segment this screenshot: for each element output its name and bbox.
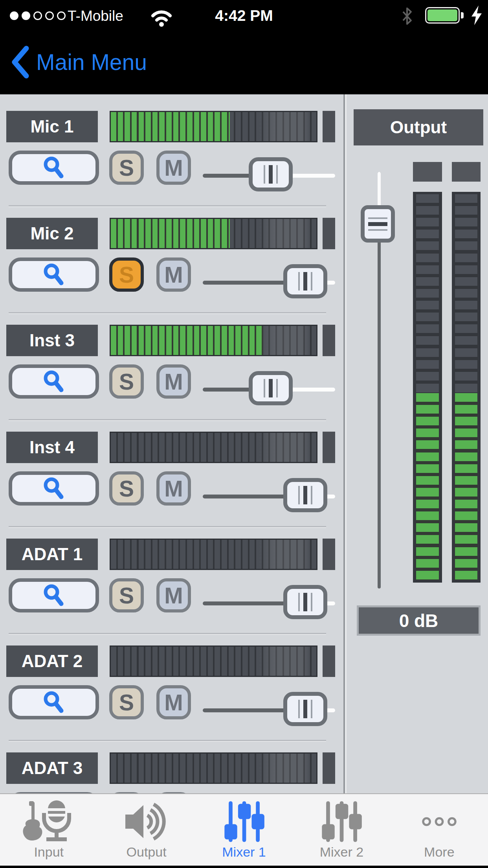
meter-lit-segments (455, 393, 477, 580)
tab-input[interactable]: Input (0, 794, 97, 866)
channel-mute-button[interactable]: M (156, 257, 191, 292)
output-fader-thumb[interactable] (361, 205, 395, 243)
channel-fader-thumb[interactable] (249, 371, 293, 405)
channel-search-button[interactable] (9, 471, 99, 506)
channel-clip-indicator (323, 218, 335, 249)
channel-mute-button[interactable]: M (156, 364, 191, 399)
tab-output[interactable]: Output (97, 794, 195, 866)
channel-row-adat-1: ADAT 1 S M (0, 539, 343, 645)
magnifier-icon (41, 262, 66, 287)
solo-button-label: S (119, 476, 134, 502)
channel-clip-indicator (323, 325, 335, 356)
mute-button-label: M (164, 690, 183, 715)
tab-label: Input (34, 844, 64, 860)
tab-label: Mixer 1 (222, 844, 266, 860)
channel-level-meter (110, 539, 317, 570)
tab-more[interactable]: More (391, 794, 488, 866)
channel-solo-button[interactable]: S (109, 257, 144, 292)
magnifier-icon (41, 369, 66, 394)
channel-fader-slider[interactable] (203, 471, 335, 515)
output-level-meter-right (452, 192, 481, 583)
channel-search-button[interactable] (9, 151, 99, 185)
bluetooth-icon (399, 6, 415, 26)
meter-unlit-segments (455, 194, 477, 393)
channel-fader-thumb[interactable] (283, 264, 327, 298)
row-separator (9, 740, 326, 741)
guitar-mic-icon (17, 800, 80, 844)
pane-divider (343, 94, 348, 793)
channel-name-label: ADAT 1 (6, 539, 98, 570)
tab-mixer-1[interactable]: Mixer 1 (195, 794, 293, 866)
channel-search-button[interactable] (9, 257, 99, 292)
faders-icon (223, 800, 265, 844)
channel-solo-button[interactable]: S (109, 151, 144, 185)
channel-fader-slider[interactable] (203, 151, 335, 194)
channel-search-button[interactable] (9, 578, 99, 612)
channel-fader-thumb[interactable] (283, 585, 327, 619)
solo-button-label: S (119, 690, 134, 715)
tab-icon (223, 799, 265, 844)
microphone-icon (44, 800, 69, 841)
channel-solo-button[interactable]: S (109, 685, 144, 719)
tab-bar: Input Output Mixer 1 Mixer 2 More (0, 793, 488, 866)
channel-level-meter (110, 218, 317, 249)
row-separator (9, 526, 326, 527)
channel-search-button[interactable] (9, 685, 99, 719)
chevron-left-icon (11, 46, 29, 79)
magnifier-icon (41, 476, 66, 501)
channel-clip-indicator (323, 111, 335, 142)
battery-tip (461, 12, 464, 18)
channel-clip-indicator (323, 539, 335, 570)
channel-clip-indicator (323, 752, 335, 784)
mute-button-label: M (164, 369, 183, 395)
channel-fader-slider[interactable] (203, 578, 335, 622)
battery-level-fill (427, 9, 457, 21)
channel-fader-slider[interactable] (203, 685, 335, 728)
magnifier-icon (41, 155, 66, 180)
meter-sheen (111, 647, 316, 676)
output-section: Output 0 dB (348, 94, 488, 793)
channel-solo-button[interactable]: S (109, 578, 144, 612)
tab-label: Output (127, 844, 167, 860)
channel-list: Mic 1 S M Mic 2 (0, 94, 343, 793)
channel-mute-button[interactable]: M (156, 471, 191, 506)
bottom-edge (0, 866, 488, 868)
solo-button-label: S (119, 262, 134, 288)
channel-clip-indicator (323, 645, 335, 677)
channel-solo-button[interactable]: S (109, 471, 144, 506)
tab-icon (124, 799, 169, 844)
output-clip-indicator-left (413, 162, 442, 182)
meter-lit-segments (416, 393, 439, 580)
channel-fader-thumb[interactable] (283, 692, 327, 726)
tab-mixer-2[interactable]: Mixer 2 (293, 794, 390, 866)
channel-name-label: Mic 2 (6, 218, 98, 249)
channel-fader-thumb[interactable] (283, 478, 327, 512)
channel-solo-button[interactable]: S (109, 364, 144, 399)
ellipsis-icon (418, 800, 460, 844)
meter-sheen (111, 754, 316, 783)
channel-row-adat-3: ADAT 3 S M (0, 752, 343, 793)
channel-mute-button[interactable]: M (156, 578, 191, 612)
mute-button-label: M (164, 262, 183, 288)
channel-row-inst-3: Inst 3 S M (0, 325, 343, 432)
channel-fader-thumb[interactable] (249, 157, 293, 191)
magnifier-icon (41, 690, 66, 715)
meter-sheen (111, 540, 316, 569)
tab-icon (320, 799, 363, 844)
back-button[interactable]: Main Menu (11, 43, 147, 81)
channel-row-mic-1: Mic 1 S M (0, 111, 343, 218)
channel-level-meter (110, 752, 317, 784)
channel-level-meter-fill (111, 219, 230, 248)
channel-level-meter (110, 432, 317, 463)
channel-name-label: Mic 1 (6, 111, 98, 142)
channel-clip-indicator (323, 432, 335, 463)
channel-fader-slider[interactable] (203, 257, 335, 301)
row-separator (9, 633, 326, 634)
solo-button-label: S (119, 583, 134, 609)
channel-mute-button[interactable]: M (156, 685, 191, 719)
tab-label: Mixer 2 (320, 844, 363, 860)
channel-search-button[interactable] (9, 364, 99, 399)
mute-button-label: M (164, 583, 183, 609)
channel-fader-slider[interactable] (203, 364, 335, 408)
channel-mute-button[interactable]: M (156, 151, 191, 185)
